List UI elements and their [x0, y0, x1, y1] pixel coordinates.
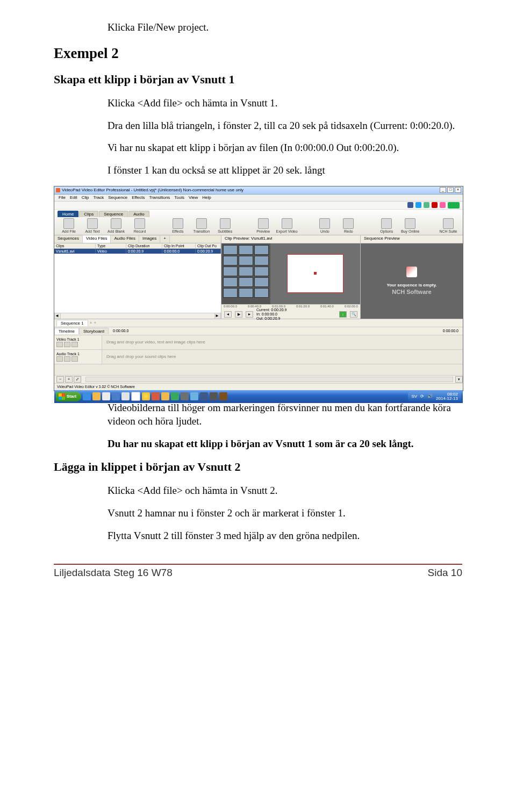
sequence-add-icon[interactable]: +	[94, 320, 96, 325]
sequence-preview-panel: Sequence Preview Your sequence is empty.…	[361, 235, 463, 319]
windows-taskbar: Start SV ⟳ 🔊 08:02 2014-12-	[54, 390, 463, 403]
heading-exempel2: Exempel 2	[54, 45, 462, 62]
taskbar-word-icon[interactable]	[131, 392, 140, 401]
googleplus-icon[interactable]	[424, 202, 429, 208]
clip-row-selected[interactable]: Vsnutt1.avi Video 0:00:20.9 0:00:00.0 0:…	[54, 249, 221, 254]
taskbar-sky-icon[interactable]	[190, 392, 198, 400]
taskbar-folder-icon[interactable]	[92, 392, 101, 400]
transition-button[interactable]: Transition	[190, 218, 213, 233]
sequence-preview-title: Sequence Preview	[361, 235, 463, 243]
ribbon-tab-audio[interactable]: Audio	[128, 211, 149, 217]
maximize-button[interactable]: □	[447, 187, 454, 193]
menu-effects[interactable]: Effects	[132, 195, 145, 200]
add-file-button[interactable]: Add File	[58, 218, 80, 233]
zoom-fit-button[interactable]: ⤢	[74, 376, 81, 383]
video-drop-hint: Drag and drop your video, text and image…	[102, 335, 463, 349]
next-frame-button[interactable]: ►	[246, 311, 253, 318]
options-button[interactable]: Options	[375, 218, 398, 233]
system-clock[interactable]: 08:02 2014-12-13	[436, 392, 458, 401]
timeline-scrollbar[interactable]	[85, 377, 453, 382]
palette-tab-audio-files[interactable]: Audio Files	[111, 235, 139, 243]
taskbar-ie-icon[interactable]	[83, 392, 91, 400]
add-text-button[interactable]: Add Text	[81, 218, 104, 233]
palette-tab-add[interactable]: +	[160, 235, 170, 243]
taskbar-excel-icon[interactable]	[171, 392, 179, 400]
audio-track-label: Audio Track 1	[56, 352, 99, 356]
language-indicator[interactable]: SV	[411, 394, 417, 399]
share-button[interactable]	[448, 202, 460, 209]
audio-drop-hint: Drag and drop your sound clips here	[102, 350, 463, 364]
windows-logo-icon	[59, 393, 65, 400]
taskbar-outlook-icon[interactable]	[112, 392, 120, 400]
ribbon-tab-sequence[interactable]: Sequence	[99, 211, 128, 217]
sequence-close-icon[interactable]: ×	[90, 320, 92, 325]
heading-skapa: Skapa ett klipp i början av Vsnutt 1	[54, 73, 462, 87]
menu-clip[interactable]: Clip	[82, 195, 89, 200]
menu-sequence[interactable]: Sequence	[108, 195, 127, 200]
menu-file[interactable]: File	[59, 195, 66, 200]
close-button[interactable]: ×	[455, 187, 461, 193]
start-button[interactable]: Start	[56, 392, 81, 401]
minimize-button[interactable]: _	[440, 187, 446, 193]
buy-online-button[interactable]: Buy Online	[399, 218, 421, 233]
paragraph-fonster1: I fönster 1 kan du också se att klippet …	[108, 163, 462, 177]
paragraph-videobilder: Videobilderna till höger om markeringen …	[108, 401, 462, 428]
undo-button[interactable]: Undo	[313, 218, 336, 233]
record-button[interactable]: Record	[128, 218, 151, 233]
storyboard-mode-tab[interactable]: Storyboard	[79, 328, 109, 334]
paragraph-addfile1: Klicka <Add file> och hämta in Vsnutt 1.	[108, 96, 462, 110]
clip-preview-panel: Clip Preview: Vsnutt1.avi 0:	[221, 235, 361, 319]
taskbar-blue-icon[interactable]	[200, 392, 208, 400]
clip-list-header: Clips Type Clip Duration Clip In Point C…	[54, 243, 221, 249]
palette-tab-video-files[interactable]: Video Files	[83, 235, 111, 243]
subtitles-button[interactable]: Subtitles	[214, 218, 236, 233]
timeline-mode-tab[interactable]: Timeline	[54, 328, 79, 334]
footer-divider	[54, 564, 462, 565]
export-video-button[interactable]: Export Video	[276, 218, 298, 233]
taskbar-mic-icon[interactable]	[210, 392, 218, 400]
prev-frame-button[interactable]: ◄	[224, 311, 232, 318]
play-button[interactable]: ▶	[235, 311, 242, 318]
audio-track[interactable]: Audio Track 1 Drag and drop your sound c…	[54, 350, 463, 364]
taskbar-powerpoint-icon[interactable]	[152, 392, 160, 400]
zoom-out-button[interactable]: −	[56, 376, 64, 383]
flickr-icon[interactable]	[440, 202, 446, 208]
taskbar-chrome-icon[interactable]	[142, 392, 150, 400]
nch-suite-button[interactable]: NCH Suite	[437, 218, 460, 233]
add-blank-button[interactable]: Add Blank	[105, 218, 127, 233]
palette-tab-sequences[interactable]: Sequences	[54, 235, 83, 243]
menu-edit[interactable]: Edit	[70, 195, 77, 200]
ribbon-tab-home[interactable]: Home	[58, 211, 78, 217]
sequence-empty-text: Your sequence is empty.	[386, 283, 436, 288]
sequence-tab[interactable]: Sequence 1	[56, 320, 88, 326]
palette-tab-images[interactable]: Images	[139, 235, 160, 243]
taskbar-notepad-icon[interactable]	[121, 392, 130, 400]
share-bar	[54, 202, 463, 210]
twitter-icon[interactable]	[415, 202, 421, 208]
menu-help[interactable]: Help	[202, 195, 211, 200]
taskbar-videopad-icon[interactable]	[219, 392, 227, 400]
youtube-icon[interactable]	[432, 202, 438, 208]
effects-button[interactable]: Effects	[167, 218, 189, 233]
video-track[interactable]: Video Track 1 Drag and drop your video, …	[54, 335, 463, 350]
facebook-icon[interactable]	[407, 202, 413, 208]
taskbar-app-icon[interactable]	[102, 392, 110, 400]
ribbon-tab-clips[interactable]: Clips	[79, 211, 98, 217]
menu-transitions[interactable]: Transitions	[149, 195, 170, 200]
preview-timecodes: Current: 0:00:20.9 In: 0:00:00.0 Out: 0:…	[256, 308, 286, 321]
taskbar-folder2-icon[interactable]	[161, 392, 169, 400]
menu-tools[interactable]: Tools	[174, 195, 184, 200]
clip-list-scrollbar[interactable]: ◄►	[54, 313, 221, 319]
timeline-down-button[interactable]: ▾	[455, 376, 463, 383]
nch-logo-icon	[406, 267, 417, 277]
timeline-time-left: 0:00:00.0	[109, 329, 133, 333]
preview-button[interactable]: Preview	[252, 218, 275, 233]
menu-track[interactable]: Track	[93, 195, 104, 200]
taskbar-gray-icon[interactable]	[181, 392, 189, 400]
menu-view[interactable]: View	[189, 195, 198, 200]
paragraph-klipp-skapat: Vi har nu skapat ett klipp i början av f…	[108, 141, 462, 155]
zoom-in-button[interactable]: +	[65, 376, 73, 383]
redo-button[interactable]: Redo	[337, 218, 360, 233]
zoom-button[interactable]: 🔍	[350, 311, 357, 318]
insert-clip-button[interactable]: ↓	[339, 311, 347, 318]
